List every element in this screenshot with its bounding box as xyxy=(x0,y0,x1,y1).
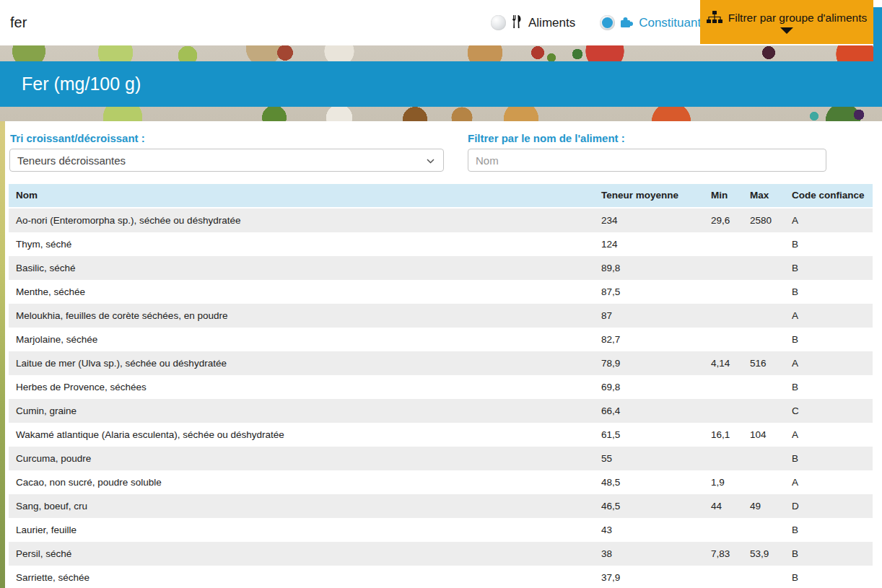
cell-min xyxy=(704,399,743,423)
table-row[interactable]: Basilic, séché89,8B xyxy=(9,256,873,280)
cell-min xyxy=(704,304,743,328)
cell-max: 49 xyxy=(743,494,785,518)
name-filter-label: Filtrer par le nom de l'aliment : xyxy=(468,132,625,144)
table-row[interactable]: Cacao, non sucré, poudre soluble48,51,9A xyxy=(9,470,873,494)
cell-name: Menthe, séchée xyxy=(9,280,594,304)
cell-code-confiance: B xyxy=(785,280,873,304)
cell-teneur-moyenne: 87,5 xyxy=(594,280,704,304)
cell-min xyxy=(704,375,743,399)
cell-max xyxy=(743,304,785,328)
cell-code-confiance: B xyxy=(785,328,873,351)
cell-max xyxy=(743,470,785,494)
cell-max xyxy=(743,447,785,470)
cell-name: Basilic, séché xyxy=(9,256,594,280)
radio-constituants-label: Constituants xyxy=(639,16,707,30)
cell-name: Ao-nori (Enteromorpha sp.), séchée ou dé… xyxy=(9,209,594,232)
table-row[interactable]: Cumin, graine66,4C xyxy=(9,399,873,423)
search-mode-radio-group: Aliments Constituants xyxy=(491,0,707,45)
table-row[interactable]: Ao-nori (Enteromorpha sp.), séchée ou dé… xyxy=(9,209,873,232)
table-header-row: Nom Teneur moyenne Min Max Code confianc… xyxy=(9,184,873,207)
filter-button-label: Filtrer par groupe d'aliments xyxy=(728,12,868,25)
radio-circle-unselected[interactable] xyxy=(491,15,506,30)
search-input[interactable] xyxy=(10,10,414,35)
cell-code-confiance: B xyxy=(785,256,873,280)
table-row[interactable]: Laurier, feuille43B xyxy=(9,518,873,542)
table-row[interactable]: Sarriette, séchée37,9B xyxy=(9,566,873,588)
cell-code-confiance: B xyxy=(785,542,873,566)
cell-code-confiance: B xyxy=(785,447,873,470)
table-row[interactable]: Persil, séché387,8353,9B xyxy=(9,542,873,566)
radio-circle-selected[interactable] xyxy=(600,15,615,30)
cell-teneur-moyenne: 37,9 xyxy=(594,566,704,588)
cell-teneur-moyenne: 69,8 xyxy=(594,375,704,399)
cell-code-confiance: A xyxy=(785,470,873,494)
puzzle-icon xyxy=(620,15,634,31)
food-table-body: Ao-nori (Enteromorpha sp.), séchée ou dé… xyxy=(9,209,873,588)
table-row[interactable]: Marjolaine, séchée82,7B xyxy=(9,328,873,351)
cell-name: Persil, séché xyxy=(9,542,594,566)
table-row[interactable]: Curcuma, poudre55B xyxy=(9,447,873,470)
scrollbar-thumb[interactable] xyxy=(873,7,882,107)
cell-teneur-moyenne: 43 xyxy=(594,518,704,542)
table-row[interactable]: Sang, boeuf, cru46,54449D xyxy=(9,494,873,518)
header-max[interactable]: Max xyxy=(743,184,785,207)
cell-teneur-moyenne: 234 xyxy=(594,209,704,232)
cell-min: 16,1 xyxy=(704,423,743,447)
cell-max xyxy=(743,328,785,351)
cell-min xyxy=(704,566,743,588)
page-title: Fer (mg/100 g) xyxy=(0,74,141,95)
table-row[interactable]: Thym, séché124B xyxy=(9,232,873,256)
cell-max xyxy=(743,256,785,280)
cell-min xyxy=(704,232,743,256)
cell-min xyxy=(704,518,743,542)
cell-name: Thym, séché xyxy=(9,232,594,256)
sitemap-icon xyxy=(707,11,722,25)
cell-max xyxy=(743,518,785,542)
results-table: Nom Teneur moyenne Min Max Code confianc… xyxy=(9,184,873,588)
cell-min: 1,9 xyxy=(704,470,743,494)
cell-name: Cacao, non sucré, poudre soluble xyxy=(9,470,594,494)
cell-name: Curcuma, poudre xyxy=(9,447,594,470)
cell-min: 4,14 xyxy=(704,351,743,375)
cell-teneur-moyenne: 87 xyxy=(594,304,704,328)
cell-code-confiance: B xyxy=(785,518,873,542)
cell-code-confiance: A xyxy=(785,209,873,232)
cell-max xyxy=(743,399,785,423)
cell-teneur-moyenne: 82,7 xyxy=(594,328,704,351)
cell-teneur-moyenne: 61,5 xyxy=(594,423,704,447)
table-row[interactable]: Meloukhia, feuilles de corète séchées, e… xyxy=(9,304,873,328)
table-row[interactable]: Menthe, séchée87,5B xyxy=(9,280,873,304)
radio-aliments[interactable]: Aliments xyxy=(491,15,575,31)
sort-select[interactable]: Teneurs décroissantes xyxy=(9,149,444,172)
cell-code-confiance: C xyxy=(785,399,873,423)
cell-teneur-moyenne: 66,4 xyxy=(594,399,704,423)
cell-max: 2580 xyxy=(743,209,785,232)
cell-max: 516 xyxy=(743,351,785,375)
table-row[interactable]: Wakamé atlantique (Alaria esculenta), sé… xyxy=(9,423,873,447)
cell-name: Marjolaine, séchée xyxy=(9,328,594,351)
cell-name: Sang, boeuf, cru xyxy=(9,494,594,518)
cell-max xyxy=(743,566,785,588)
select-chevron-icon xyxy=(427,154,435,167)
header-nom[interactable]: Nom xyxy=(9,184,594,207)
cell-code-confiance: B xyxy=(785,375,873,399)
filter-by-group-button[interactable]: Filtrer par groupe d'aliments xyxy=(700,0,873,44)
cell-code-confiance: A xyxy=(785,304,873,328)
header-code-confiance[interactable]: Code confiance xyxy=(785,184,873,207)
name-filter-input[interactable] xyxy=(468,149,826,172)
utensils-icon xyxy=(511,15,523,31)
table-row[interactable]: Herbes de Provence, séchées69,8B xyxy=(9,375,873,399)
cell-max xyxy=(743,375,785,399)
cell-teneur-moyenne: 46,5 xyxy=(594,494,704,518)
page-title-bar: Fer (mg/100 g) xyxy=(0,61,882,107)
header-min[interactable]: Min xyxy=(704,184,743,207)
cell-name: Sarriette, séchée xyxy=(9,566,594,588)
cell-teneur-moyenne: 55 xyxy=(594,447,704,470)
cell-min xyxy=(704,280,743,304)
cell-name: Wakamé atlantique (Alaria esculenta), sé… xyxy=(9,423,594,447)
cell-teneur-moyenne: 124 xyxy=(594,232,704,256)
radio-constituants[interactable]: Constituants xyxy=(600,15,707,31)
cell-code-confiance: A xyxy=(785,351,873,375)
header-teneur-moyenne[interactable]: Teneur moyenne xyxy=(594,184,704,207)
table-row[interactable]: Laitue de mer (Ulva sp.), séchée ou désh… xyxy=(9,351,873,375)
